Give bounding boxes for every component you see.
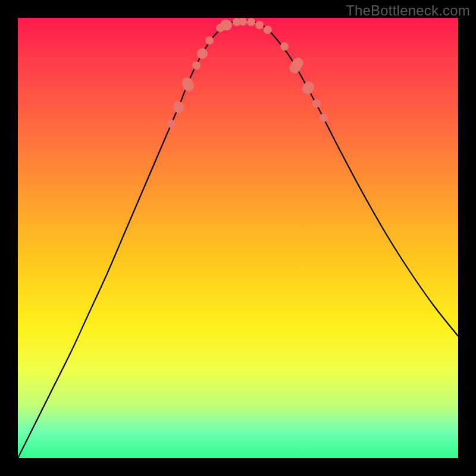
chart-plot-area bbox=[18, 18, 458, 458]
curve-marker-dot bbox=[167, 120, 176, 128]
curve-marker-dot bbox=[320, 114, 328, 122]
curve-marker-dot bbox=[264, 26, 272, 34]
curve-marker-pill bbox=[171, 99, 186, 115]
curve-marker-dot bbox=[247, 18, 255, 26]
curve-marker-pill bbox=[300, 80, 317, 96]
curve-marker-pill bbox=[195, 46, 210, 61]
watermark-text: TheBottleneck.com bbox=[346, 2, 470, 19]
curve-marker-pill bbox=[180, 76, 196, 93]
curve-marker-dot bbox=[280, 42, 289, 51]
bottleneck-curve-line bbox=[18, 20, 458, 458]
curve-markers bbox=[167, 18, 328, 128]
curve-marker-dot bbox=[255, 21, 264, 29]
curve-marker-dot bbox=[192, 61, 201, 70]
curve-marker-pill bbox=[287, 55, 305, 75]
curve-marker-dot bbox=[205, 36, 214, 45]
curve-marker-dot bbox=[312, 99, 321, 108]
bottleneck-chart-svg bbox=[18, 18, 458, 458]
